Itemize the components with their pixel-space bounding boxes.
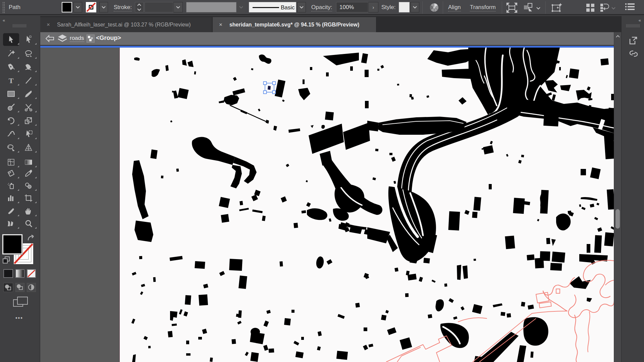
svg-text:T: T xyxy=(9,76,14,85)
